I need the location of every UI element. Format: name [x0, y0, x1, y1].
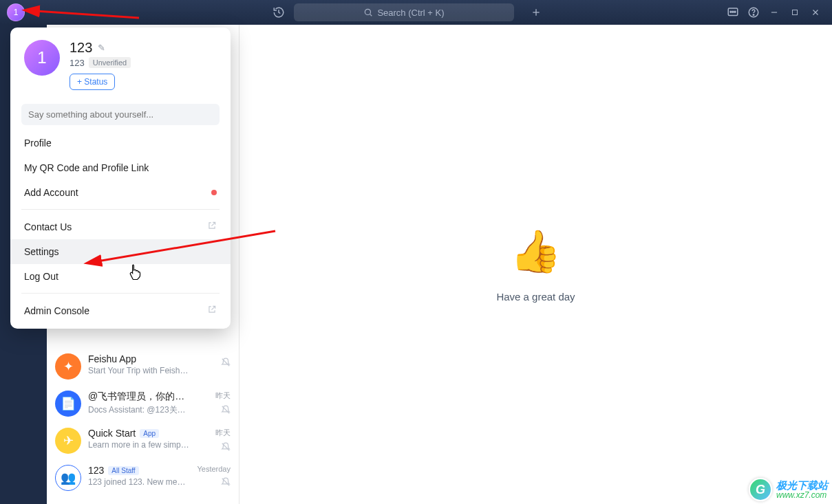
mute-icon	[221, 442, 231, 453]
chat-item[interactable]: 📄@飞书管理员，你的快速…Docs Assistant: @123关注飞…昨天	[47, 385, 239, 422]
chat-avatar-icon: ✈	[55, 428, 81, 454]
bio-input[interactable]	[21, 104, 220, 125]
external-link-icon	[207, 305, 217, 316]
watermark-line1: 极光下载站	[776, 480, 828, 491]
chat-badge: App	[140, 429, 159, 438]
mute-icon	[221, 358, 231, 369]
menu-settings-label: Settings	[24, 246, 59, 257]
chat-title: Quick Start	[88, 428, 136, 439]
menu-logout[interactable]: Log Out	[10, 264, 231, 289]
mute-icon	[221, 405, 231, 416]
menu-admin-console[interactable]: Admin Console	[10, 298, 231, 323]
window-close[interactable]	[806, 3, 825, 22]
content-area: 👍 Have a great day	[239, 25, 832, 504]
menu-add-account[interactable]: Add Account	[10, 180, 231, 205]
greeting-text: Have a great day	[496, 291, 575, 303]
chat-subtitle: 123 joined 123. New member…	[88, 477, 191, 487]
menu-qr-label: My QR Code and Profile Link	[24, 162, 149, 173]
chat-title: 123	[88, 465, 104, 476]
chat-time: 昨天	[215, 428, 231, 438]
status-button[interactable]: + Status	[70, 74, 115, 90]
titlebar-avatar[interactable]: 1	[7, 3, 25, 21]
external-link-icon	[207, 221, 217, 232]
chat-item[interactable]: 👥123All Staff123 joined 123. New member……	[47, 459, 239, 496]
svg-line-1	[370, 14, 372, 17]
chat-subtitle: Start Your Trip with Feishu Ap…	[88, 366, 191, 375]
menu-contact-us[interactable]: Contact Us	[10, 214, 231, 239]
watermark: G 极光下载站 www.xz7.com	[749, 478, 828, 501]
edit-name-icon[interactable]: ✎	[98, 43, 105, 53]
window-minimize[interactable]	[765, 3, 784, 22]
menu-profile-label: Profile	[24, 138, 52, 149]
menu-settings[interactable]: Settings	[10, 239, 231, 264]
help-icon[interactable]	[744, 3, 763, 22]
chat-item[interactable]: ✈Quick StartAppLearn more in a few simpl…	[47, 422, 239, 459]
popover-avatar[interactable]: 1	[24, 40, 60, 76]
chat-avatar-icon: ✦	[55, 353, 81, 380]
chat-subtitle: Docs Assistant: @123关注飞…	[88, 404, 191, 416]
svg-point-0	[365, 9, 371, 14]
thumbs-up-icon: 👍	[510, 227, 562, 276]
search-icon	[363, 8, 373, 17]
unverified-badge: Unverified	[89, 57, 131, 68]
mute-icon	[221, 477, 231, 488]
menu-qr[interactable]: My QR Code and Profile Link	[10, 155, 231, 180]
popover-username: 123	[70, 40, 92, 56]
menu-contact-label: Contact Us	[24, 221, 72, 232]
popover-userid: 123	[70, 58, 85, 68]
plus-icon[interactable]	[526, 3, 546, 22]
menu-separator	[21, 293, 220, 294]
chat-avatar-icon: 📄	[55, 391, 81, 417]
menu-admin-label: Admin Console	[24, 305, 89, 316]
notification-dot-icon	[211, 190, 217, 195]
svg-point-7	[734, 11, 736, 12]
search-bar[interactable]: Search (Ctrl + K)	[294, 3, 514, 21]
svg-point-6	[732, 11, 734, 12]
chat-avatar-icon: 👥	[55, 465, 81, 491]
menu-profile[interactable]: Profile	[10, 131, 231, 155]
chat-badge: All Staff	[108, 466, 138, 475]
watermark-line2: www.xz7.com	[776, 491, 828, 500]
window-maximize[interactable]	[785, 3, 804, 22]
chat-time: Yesterday	[197, 465, 231, 473]
chat-title: @飞书管理员，你的快速…	[88, 391, 191, 403]
chat-item[interactable]: ✦Feishu AppStart Your Trip with Feishu A…	[47, 348, 239, 385]
search-placeholder: Search (Ctrl + K)	[377, 8, 444, 18]
svg-rect-11	[793, 10, 798, 15]
titlebar: 1 Search (Ctrl + K)	[0, 0, 832, 25]
menu-logout-label: Log Out	[24, 271, 58, 282]
chat-title: Feishu App	[88, 353, 136, 364]
history-icon[interactable]	[269, 3, 288, 22]
profile-popover: 1 123 ✎ 123 Unverified + Status Profile …	[10, 28, 231, 329]
chat-subtitle: Learn more in a few simple st…	[88, 440, 191, 450]
watermark-logo-icon: G	[749, 478, 772, 501]
menu-separator	[21, 209, 220, 210]
apps-icon[interactable]	[723, 3, 743, 22]
svg-point-5	[730, 11, 732, 12]
chat-time: 昨天	[215, 391, 231, 401]
menu-add-account-label: Add Account	[24, 187, 78, 198]
svg-point-9	[753, 14, 754, 16]
